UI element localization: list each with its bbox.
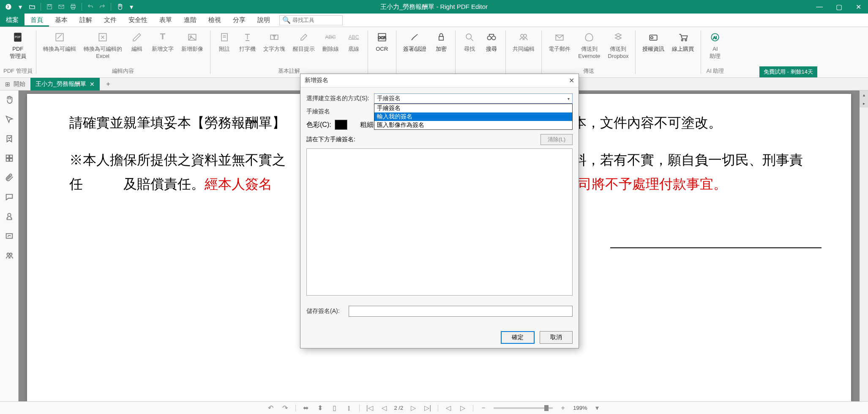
- maximize-button[interactable]: ▢: [829, 0, 849, 14]
- menu-home[interactable]: 首頁: [25, 14, 49, 27]
- menu-annotate[interactable]: 註解: [74, 14, 98, 27]
- prev-page-icon[interactable]: ◁: [380, 404, 388, 412]
- new-text-button[interactable]: T新增文字: [148, 29, 177, 66]
- continuous-icon[interactable]: ⫿: [345, 404, 353, 412]
- people-panel-icon[interactable]: [3, 249, 15, 261]
- tab-close-icon[interactable]: ✕: [90, 81, 95, 88]
- zoom-out-icon[interactable]: −: [479, 404, 488, 412]
- save-icon[interactable]: [44, 2, 55, 12]
- zoom-thumb[interactable]: [544, 405, 549, 411]
- last-page-icon[interactable]: ▷|: [423, 404, 432, 412]
- new-icon[interactable]: ▾: [15, 2, 25, 12]
- edit-button[interactable]: 編輯: [126, 29, 147, 66]
- single-page-icon[interactable]: ▯: [330, 404, 339, 412]
- thumbnails-icon[interactable]: [3, 152, 15, 164]
- ocr-button[interactable]: OCROCR: [371, 29, 393, 66]
- dropbox-label: 傳送到 Dropbox: [608, 46, 628, 60]
- hand-icon[interactable]: [115, 2, 125, 12]
- cancel-button[interactable]: 取消: [540, 331, 573, 344]
- forward-icon[interactable]: ▷: [459, 404, 467, 412]
- select-tool-icon[interactable]: [3, 113, 15, 125]
- scroll-right-button[interactable]: ▸: [860, 99, 868, 107]
- coedit-button[interactable]: 共同編輯: [509, 29, 538, 66]
- dialog-titlebar[interactable]: 新增簽名 ✕: [300, 74, 579, 88]
- fit-page-icon[interactable]: ⬍: [316, 404, 325, 412]
- find-label: 尋找: [464, 46, 475, 53]
- dropdown-option-handdrawn[interactable]: 手繪簽名: [374, 104, 572, 112]
- search-icon: 🔍: [282, 16, 291, 24]
- dropbox-button[interactable]: 傳送到 Dropbox: [604, 29, 632, 66]
- mail-icon[interactable]: [56, 2, 66, 12]
- menu-help[interactable]: 說明: [251, 14, 276, 27]
- menu-basic[interactable]: 基本: [49, 14, 74, 27]
- encrypt-button[interactable]: 加密: [431, 29, 452, 66]
- comment-icon[interactable]: [3, 191, 15, 203]
- close-button[interactable]: ✕: [849, 0, 868, 14]
- highlight-button[interactable]: 醒目提示: [289, 29, 318, 66]
- save-name-input[interactable]: [349, 306, 573, 317]
- email-button[interactable]: 電子郵件: [545, 29, 574, 66]
- signature-panel-icon[interactable]: [3, 230, 15, 242]
- app-logo[interactable]: [3, 2, 14, 12]
- license-icon: [647, 30, 660, 44]
- redo-icon[interactable]: [97, 2, 107, 12]
- dropdown-option-typed[interactable]: 輸入我的簽名: [374, 112, 572, 121]
- open-icon[interactable]: [27, 2, 37, 12]
- menu-security[interactable]: 安全性: [123, 14, 153, 27]
- hand-tool-icon[interactable]: [3, 94, 15, 106]
- undo-icon[interactable]: [85, 2, 96, 12]
- stamp-icon[interactable]: [3, 211, 15, 222]
- menu-view[interactable]: 檢視: [202, 14, 227, 27]
- trial-badge: 免費試用 - 剩餘14天: [759, 66, 817, 77]
- dropdown-icon[interactable]: ▾: [126, 2, 136, 12]
- menu-document[interactable]: 文件: [98, 14, 123, 27]
- next-page-icon[interactable]: ▷: [409, 404, 418, 412]
- method-select[interactable]: 手繪簽名 ▾ 手繪簽名 輸入我的簽名 匯入影像作為簽名: [374, 93, 573, 104]
- print-icon[interactable]: [68, 2, 78, 12]
- convert-excel-button[interactable]: 轉換為可編輯的 Excel: [80, 29, 126, 66]
- strikeout-button[interactable]: ABC刪除線: [319, 29, 342, 66]
- attach-button[interactable]: 附註: [214, 29, 235, 66]
- color-swatch[interactable]: [335, 120, 347, 130]
- ok-button[interactable]: 確定: [501, 331, 535, 344]
- attachment-icon[interactable]: [3, 172, 15, 184]
- vertical-scrollbar[interactable]: ▴ ▸: [860, 90, 868, 401]
- search-button[interactable]: 搜尋: [481, 29, 502, 66]
- new-image-button[interactable]: 新增影像: [178, 29, 207, 66]
- buy-button[interactable]: 線上購買: [669, 29, 697, 66]
- pdf-manager-button[interactable]: PDF PDF 管理員: [6, 29, 30, 66]
- tool-search-input[interactable]: [292, 17, 340, 23]
- find-button[interactable]: 尋找: [459, 29, 480, 66]
- sign-button[interactable]: 簽署/認證: [400, 29, 430, 66]
- bookmark-icon[interactable]: [3, 133, 15, 145]
- menu-share[interactable]: 分享: [227, 14, 251, 27]
- fit-width-icon[interactable]: ⬌: [302, 404, 310, 412]
- document-tab[interactable]: 王小力_勞務報酬單✕: [30, 78, 100, 90]
- add-tab-button[interactable]: +: [103, 79, 113, 89]
- minimize-button[interactable]: —: [810, 0, 829, 14]
- textbox-button[interactable]: T文字方塊: [260, 29, 289, 66]
- zoom-dropdown-icon[interactable]: ▾: [593, 404, 601, 412]
- scroll-up-button[interactable]: ▴: [860, 90, 868, 99]
- zoom-in-icon[interactable]: +: [559, 404, 567, 412]
- back-icon[interactable]: ◁: [444, 404, 453, 412]
- license-button[interactable]: 授權資訊: [639, 29, 668, 66]
- clear-button[interactable]: 清除(L): [540, 134, 573, 145]
- tool-search[interactable]: 🔍: [279, 15, 343, 25]
- rotate-right-icon[interactable]: ↷: [281, 404, 289, 412]
- rotate-left-icon[interactable]: ↶: [267, 404, 275, 412]
- zoom-slider[interactable]: [494, 407, 553, 409]
- first-page-icon[interactable]: |◁: [366, 404, 374, 412]
- convert-editable-button[interactable]: 轉換為可編輯: [40, 29, 79, 66]
- start-tab[interactable]: ⊞開始: [0, 78, 30, 90]
- menu-file[interactable]: 檔案: [0, 14, 25, 27]
- dropdown-option-import[interactable]: 匯入影像作為簽名: [374, 121, 572, 129]
- menu-advanced[interactable]: 進階: [178, 14, 202, 27]
- menu-form[interactable]: 表單: [153, 14, 178, 27]
- typewriter-button[interactable]: T̲打字機: [236, 29, 259, 66]
- signature-draw-area[interactable]: [306, 148, 573, 296]
- ai-button[interactable]: AIAI 助理: [704, 29, 726, 66]
- underline-button[interactable]: ABC底線: [343, 29, 364, 66]
- evernote-button[interactable]: 傳送到 Evernote: [575, 29, 603, 66]
- dialog-close-button[interactable]: ✕: [569, 77, 574, 85]
